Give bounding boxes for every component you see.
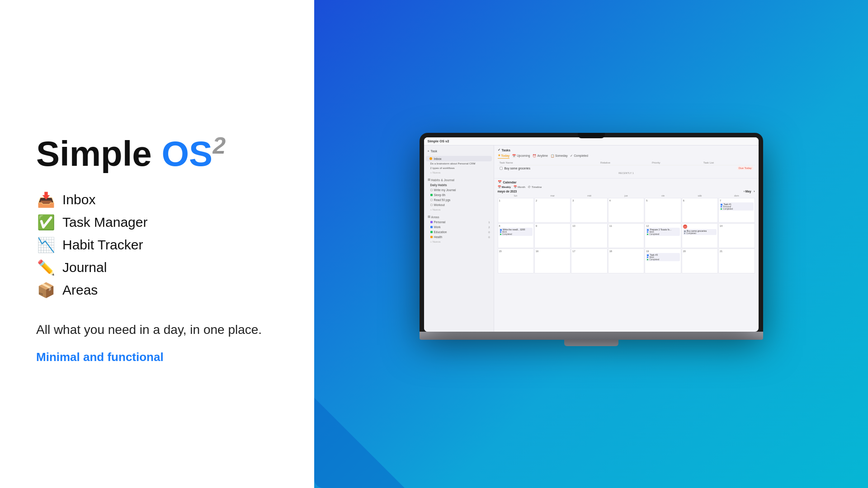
month-text: mayo de 2023 xyxy=(498,190,517,193)
tasks-tabs: ★ Today 📅 Upcoming ⏰ An xyxy=(498,154,755,159)
area-education[interactable]: Education 0 xyxy=(424,230,494,235)
feature-label: Inbox xyxy=(62,192,95,207)
calendar-header: 📅 Calendar xyxy=(498,180,755,184)
inbox-label: Inbox xyxy=(434,157,442,160)
areas-nueva[interactable]: + Nueva xyxy=(424,239,494,244)
sidebar-item-inbox[interactable]: Inbox xyxy=(426,156,492,161)
version-badge: 2 xyxy=(212,133,226,159)
logo-os: OS xyxy=(161,134,212,174)
cal-day-15[interactable]: 15 xyxy=(498,249,534,273)
cal-day-3[interactable]: 3 xyxy=(571,198,607,223)
cal-day-6[interactable]: 6 xyxy=(682,198,718,223)
cal-day-11[interactable]: 11 xyxy=(608,223,644,248)
day-13-num: 13 xyxy=(683,225,687,229)
cal-day-20[interactable]: 20 xyxy=(682,249,718,273)
areas-icon: 📦 xyxy=(36,282,56,299)
cal-day-1[interactable]: 1 xyxy=(498,198,534,223)
cal-day-13[interactable]: 13 Buy some groceries Completed xyxy=(682,223,718,248)
personal-dot xyxy=(430,221,433,223)
list-item: ✅ Task Manager xyxy=(36,214,278,231)
workout-item[interactable]: Workout xyxy=(424,202,494,207)
groceries-status-dot xyxy=(684,233,685,234)
cal-day-10[interactable]: 10 xyxy=(571,223,607,248)
personal-label: Personal xyxy=(434,221,446,224)
cal-day-14[interactable]: 14 xyxy=(718,223,755,248)
sidebar-inbox-section: Inbox Do a brainstorm about Personal CRM… xyxy=(424,156,494,175)
cal-day-18[interactable]: 18 xyxy=(608,249,644,273)
cal-tab-month[interactable]: 📅 Month xyxy=(514,185,525,188)
laptop-screen: Simple OS v2 + Task xyxy=(424,137,759,332)
right-panel: Simple OS v2 + Task xyxy=(314,0,868,488)
health-count: 0 xyxy=(488,236,490,239)
col-task-list: Task List xyxy=(703,161,753,164)
day-header-vie: vie xyxy=(645,194,681,197)
month-label: Month xyxy=(518,186,525,188)
laptop-stand xyxy=(564,340,618,346)
sidebar-inbox-item-1[interactable]: Do a brainstorm about Personal CRM xyxy=(424,161,494,166)
area-work[interactable]: Work 2 xyxy=(424,225,494,230)
sidebar-habits-section: ⊞ Habits & Journal Daily Habits Write my… xyxy=(424,176,494,212)
cal-day-2[interactable]: 2 xyxy=(534,198,571,223)
areas-label: ⊞ Areas xyxy=(424,213,494,220)
laptop-notch xyxy=(578,133,605,138)
cal-tab-weekly[interactable]: 📅 Weekly xyxy=(498,185,511,188)
calendar-title: Calendar xyxy=(503,181,517,184)
tab-someday[interactable]: 📋 Someday xyxy=(551,154,567,159)
write-journal-label: Write my Journal xyxy=(434,188,456,192)
task-name: Buy some groceries xyxy=(505,167,736,170)
tab-today[interactable]: ★ Today xyxy=(498,154,510,159)
day-header-mar: mar xyxy=(534,194,571,197)
cal-day-12[interactable]: 12 Prepare 2 Toasts fo... Work Completed xyxy=(645,223,681,248)
cal-tab-timeline[interactable]: ⏱ Timeline xyxy=(528,185,542,188)
tab-anytime[interactable]: ⏰ Anytime xyxy=(533,154,547,159)
tab-upcoming[interactable]: 📅 Upcoming xyxy=(512,154,530,159)
tab-today-label: Today xyxy=(501,154,510,157)
cal-day-9[interactable]: 9 xyxy=(534,223,571,248)
cal-day-4[interactable]: 4 xyxy=(608,198,644,223)
tab-completed[interactable]: ✓ Completed xyxy=(570,154,588,159)
task-checkbox[interactable] xyxy=(500,167,503,170)
feature-label: Habit Tracker xyxy=(62,237,143,253)
read-item[interactable]: Read 50 pgs xyxy=(424,197,494,202)
habits-icon: ⊞ xyxy=(428,178,430,182)
education-dot xyxy=(430,231,433,233)
habit-check-dot-4 xyxy=(430,204,433,206)
feature-list: 📥 Inbox ✅ Task Manager 📉 Habit Tracker ✏… xyxy=(36,191,278,304)
tab-upcoming-label: Upcoming xyxy=(517,154,530,157)
daily-habits-item[interactable]: Daily Habits xyxy=(424,183,494,188)
write-journal-item[interactable]: Write my Journal xyxy=(424,188,494,192)
month-icon: 📅 xyxy=(514,185,517,188)
cal-day-17[interactable]: 17 xyxy=(571,249,607,273)
cal-event-groceries: Buy some groceries Completed xyxy=(683,229,717,235)
area-personal[interactable]: Personal 1 xyxy=(424,220,494,225)
cal-day-7[interactable]: 7 Task #1 Personal Completed xyxy=(718,198,755,223)
prepare-status-dot xyxy=(647,234,648,235)
col-task-name: Task Name xyxy=(500,161,599,164)
recently-label: RECENTLY 1 xyxy=(498,171,755,175)
cal-day-21[interactable]: 21 xyxy=(718,249,755,273)
areas-nueva-label: + Nueva xyxy=(430,240,441,243)
sleep-item[interactable]: Sleep 8h xyxy=(424,192,494,197)
next-month-button[interactable]: › xyxy=(754,190,755,193)
cal-day-8[interactable]: 8 Write the needl... ERR Work Completed xyxy=(498,223,534,248)
cal-day-16[interactable]: 16 xyxy=(534,249,571,273)
logo-title: Simple OS2 xyxy=(36,133,278,174)
sidebar-inbox-item-2[interactable]: 2 types of workflows xyxy=(424,166,494,170)
list-item: 📦 Areas xyxy=(36,282,278,299)
inbox-dot xyxy=(429,157,432,160)
journal-icon: ✏️ xyxy=(36,259,56,276)
cal-day-19[interactable]: 19 Task #3 Work Completed xyxy=(645,249,681,273)
clock-icon: ⏰ xyxy=(533,154,536,158)
main-content: ✓ Tasks ★ Today 📅 xyxy=(494,145,759,332)
day-header-jue: jue xyxy=(608,194,644,197)
prev-month-button[interactable]: ‹ May xyxy=(744,190,751,193)
area-health[interactable]: Health 0 xyxy=(424,235,494,239)
tag-dot xyxy=(721,206,722,207)
habits-nueva[interactable]: + Nueva xyxy=(424,207,494,212)
habits-journal-label: ⊞ Habits & Journal xyxy=(424,176,494,183)
cal-icon: 📅 xyxy=(498,180,502,184)
sidebar-inbox-nueva[interactable]: + Nueva xyxy=(424,170,494,175)
add-task-button[interactable]: + Task xyxy=(424,148,494,154)
laptop: Simple OS v2 + Task xyxy=(420,133,763,346)
cal-day-5[interactable]: 5 xyxy=(645,198,681,223)
